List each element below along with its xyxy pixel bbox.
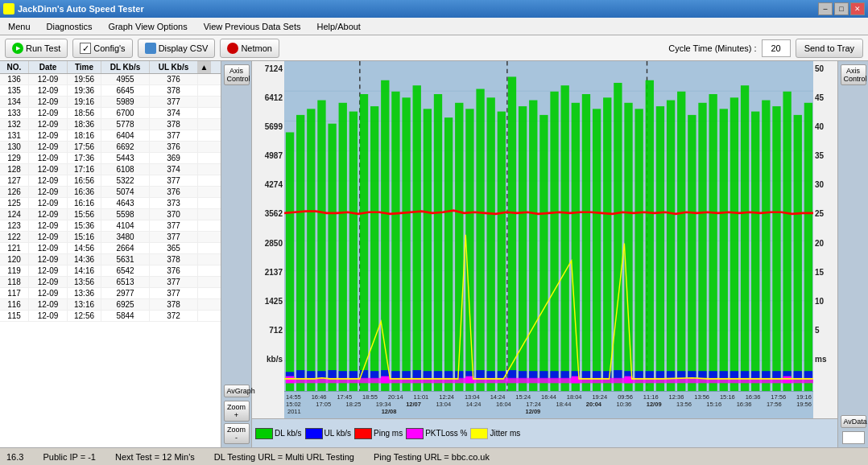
menu-view-previous[interactable]: View Previous Data Sets — [199, 20, 306, 33]
svg-rect-93 — [593, 371, 601, 379]
configs-icon: ✓ — [80, 43, 91, 54]
table-cell: 17:36 — [68, 153, 101, 163]
legend-ul: UL kb/s — [305, 428, 352, 439]
svg-rect-98 — [646, 371, 654, 379]
graph-canvas: 7124 6412 5699 4987 4274 3562 2850 2137 … — [252, 61, 837, 391]
table-row: 12312-0915:364104377 — [0, 220, 221, 232]
svg-rect-29 — [444, 117, 453, 391]
table-cell: 6108 — [101, 164, 150, 175]
svg-rect-113 — [804, 371, 812, 379]
maximize-button[interactable]: □ — [834, 2, 849, 15]
legend-dl-box — [255, 428, 273, 439]
window-controls: – □ ✕ — [818, 2, 865, 15]
svg-rect-68 — [328, 370, 336, 379]
table-cell: 5989 — [101, 97, 150, 107]
table-cell: 376 — [150, 142, 198, 152]
legend-dl-label: DL kb/s — [275, 429, 302, 438]
svg-rect-25 — [402, 97, 410, 391]
menu-diagnostics[interactable]: Diagnostics — [42, 20, 97, 33]
svg-rect-112 — [794, 371, 802, 379]
table-row: 12212-0915:163480377 — [0, 232, 221, 243]
table-cell: 12:56 — [68, 311, 101, 321]
table-cell: 15:56 — [68, 209, 101, 220]
table-body[interactable]: 13612-0919:56495537613512-0919:366645378… — [0, 74, 221, 447]
col-time: Time — [68, 61, 101, 73]
svg-rect-82 — [476, 370, 484, 379]
cycle-time-input[interactable] — [762, 39, 791, 57]
display-csv-button[interactable]: Display CSV — [138, 39, 216, 58]
zoom-in-button[interactable]: Zoom + — [224, 401, 250, 422]
public-ip-label: Public IP = -1 — [43, 452, 96, 462]
legend-pkt-label: PKTLoss % — [425, 429, 467, 438]
svg-rect-62 — [794, 115, 802, 391]
axis-ctrl-right-button[interactable]: AxisControl — [841, 64, 866, 85]
svg-rect-38 — [539, 115, 548, 391]
table-row: 11912-0914:166542376 — [0, 265, 221, 277]
zoom-out-button[interactable]: Zoom - — [224, 423, 250, 444]
minimize-button[interactable]: – — [818, 2, 833, 15]
svg-rect-51 — [677, 92, 685, 391]
table-cell: 5322 — [101, 175, 150, 186]
table-cell: 134 — [0, 97, 29, 107]
table-cell: 377 — [150, 97, 198, 107]
table-cell: 16:36 — [68, 187, 101, 197]
table-cell: 12-09 — [29, 209, 68, 220]
table-cell: 13:56 — [68, 277, 101, 287]
svg-rect-80 — [455, 371, 463, 379]
main-area: NO. Date Time DL Kb/s UL Kb/s ▲ 13612-09… — [0, 61, 868, 447]
app-title: JackDinn's Auto Speed Tester — [18, 4, 144, 14]
av-data-button[interactable]: AvData — [841, 415, 866, 428]
svg-rect-57 — [741, 85, 749, 391]
table-cell: 378 — [150, 85, 198, 96]
svg-rect-40 — [561, 85, 569, 391]
legend-dl: DL kb/s — [255, 428, 302, 439]
table-cell: 365 — [150, 243, 198, 253]
csv-icon — [145, 43, 156, 54]
svg-rect-32 — [476, 89, 484, 391]
legend-ul-label: UL kb/s — [324, 429, 352, 438]
table-cell: 12-09 — [29, 74, 68, 84]
statusbar: 16.3 Public IP = -1 Next Test = 12 Min's… — [0, 447, 868, 465]
menu-menu[interactable]: Menu — [3, 20, 35, 33]
svg-rect-17 — [317, 101, 325, 391]
table-cell: 374 — [150, 164, 198, 175]
svg-rect-45 — [614, 83, 622, 391]
table-cell: 12-09 — [29, 311, 68, 321]
table-cell: 12-09 — [29, 277, 68, 287]
svg-rect-53 — [698, 103, 706, 391]
svg-rect-105 — [720, 371, 728, 379]
table-cell: 12-09 — [29, 288, 68, 298]
table-cell: 378 — [150, 299, 198, 310]
svg-rect-77 — [424, 371, 432, 379]
run-test-button[interactable]: ▶ Run Test — [5, 39, 68, 58]
run-test-label: Run Test — [26, 43, 60, 53]
svg-rect-109 — [762, 371, 770, 379]
table-cell: 12-09 — [29, 97, 68, 107]
axis-ctrl-left-button[interactable]: AxisControl — [224, 64, 250, 85]
svg-rect-99 — [656, 371, 664, 379]
table-cell: 17:16 — [68, 164, 101, 175]
table-row: 12412-0915:565598370 — [0, 209, 221, 220]
svg-rect-58 — [751, 112, 759, 391]
table-cell: 12-09 — [29, 119, 68, 130]
table-row: 12812-0917:166108374 — [0, 164, 221, 175]
netmon-button[interactable]: Netmon — [220, 39, 279, 58]
table-cell: 5074 — [101, 187, 150, 197]
table-cell: 377 — [150, 232, 198, 242]
send-to-tray-button[interactable]: Send to Tray — [796, 39, 863, 58]
data-table: NO. Date Time DL Kb/s UL Kb/s ▲ 13612-09… — [0, 61, 221, 447]
table-cell: 124 — [0, 209, 29, 220]
configs-button[interactable]: ✓ Config's — [72, 39, 132, 58]
menu-graph-view-options[interactable]: Graph View Options — [103, 20, 192, 33]
table-cell: 16:56 — [68, 175, 101, 186]
ping-url-label: Ping Testing URL = bbc.co.uk — [374, 452, 490, 462]
table-cell: 126 — [0, 187, 29, 197]
svg-rect-37 — [529, 101, 537, 391]
menu-help-about[interactable]: Help/About — [312, 20, 366, 33]
svg-rect-108 — [751, 371, 759, 379]
close-button[interactable]: ✕ — [850, 2, 865, 15]
table-cell: 12-09 — [29, 130, 68, 141]
table-cell: 12-09 — [29, 187, 68, 197]
av-graph-button[interactable]: AvGraph — [224, 385, 250, 397]
svg-rect-56 — [730, 97, 738, 391]
